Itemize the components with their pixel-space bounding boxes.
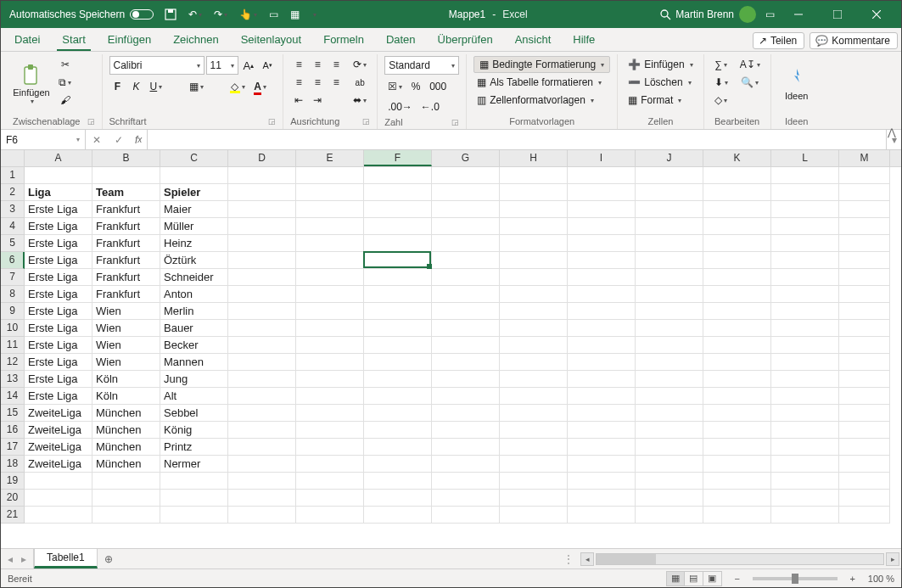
font-family-combo[interactable]: Calibri▾: [109, 56, 204, 75]
cell[interactable]: [500, 507, 568, 524]
row-header[interactable]: 19: [1, 473, 25, 490]
cell[interactable]: [296, 405, 364, 422]
cell[interactable]: [364, 439, 432, 456]
touch-mode-icon[interactable]: 👆▾: [235, 8, 261, 20]
spreadsheet-grid[interactable]: ABCDEFGHIJKLM 12LigaTeamSpieler3Erste Li…: [1, 150, 901, 548]
cell[interactable]: [228, 456, 296, 473]
cell[interactable]: [771, 201, 839, 218]
cell[interactable]: [703, 167, 771, 184]
cell[interactable]: [500, 286, 568, 303]
increase-indent-icon[interactable]: ⇥: [309, 92, 326, 109]
cancel-formula-icon[interactable]: ✕: [86, 130, 108, 149]
cell[interactable]: [636, 269, 703, 286]
cell[interactable]: Spieler: [160, 184, 228, 201]
cell[interactable]: [432, 337, 500, 354]
cell[interactable]: [839, 218, 890, 235]
cell[interactable]: [703, 456, 771, 473]
cell[interactable]: [296, 218, 364, 235]
underline-button[interactable]: U▾: [147, 78, 166, 95]
cell[interactable]: [228, 320, 296, 337]
cell[interactable]: [364, 320, 432, 337]
cell[interactable]: [296, 388, 364, 405]
cell[interactable]: [364, 507, 432, 524]
cell[interactable]: [703, 320, 771, 337]
minimize-button[interactable]: [779, 1, 818, 28]
cell[interactable]: [296, 184, 364, 201]
quick-print-icon[interactable]: ▭: [265, 8, 283, 20]
cell[interactable]: Müller: [160, 218, 228, 235]
cell[interactable]: [296, 354, 364, 371]
cell[interactable]: [771, 456, 839, 473]
border-icon[interactable]: ▦▾: [186, 78, 207, 95]
row-header[interactable]: 11: [1, 337, 25, 354]
row-header[interactable]: 18: [1, 456, 25, 473]
format-painter-icon[interactable]: 🖌: [55, 92, 75, 109]
cell[interactable]: Nermer: [160, 456, 228, 473]
row-header[interactable]: 13: [1, 371, 25, 388]
cell[interactable]: Liga: [25, 184, 92, 201]
cell[interactable]: [636, 320, 703, 337]
cell[interactable]: [839, 167, 890, 184]
comments-button[interactable]: 💬Kommentare: [810, 32, 898, 49]
cell[interactable]: [364, 286, 432, 303]
cell[interactable]: [364, 235, 432, 252]
cell[interactable]: [228, 252, 296, 269]
maximize-button[interactable]: [818, 1, 857, 28]
cell[interactable]: [296, 371, 364, 388]
cell[interactable]: [25, 507, 92, 524]
cell[interactable]: [703, 269, 771, 286]
wrap-text-icon[interactable]: ab: [350, 74, 370, 91]
sheet-tab[interactable]: Tabelle1: [34, 548, 98, 568]
cell[interactable]: [432, 286, 500, 303]
cell[interactable]: [432, 422, 500, 439]
sheet-nav-prev-icon[interactable]: ◂: [4, 553, 16, 565]
cell[interactable]: [296, 303, 364, 320]
row-header[interactable]: 14: [1, 388, 25, 405]
row-header[interactable]: 8: [1, 286, 25, 303]
cell[interactable]: München: [92, 439, 160, 456]
cell[interactable]: [92, 490, 160, 507]
cell[interactable]: [839, 422, 890, 439]
cell[interactable]: [771, 303, 839, 320]
cell[interactable]: [839, 337, 890, 354]
dialog-launcher-icon[interactable]: ◲: [451, 118, 459, 126]
cell[interactable]: [92, 473, 160, 490]
cell[interactable]: [228, 371, 296, 388]
cell-styles-button[interactable]: ▥Zellenformatvorlagen▾: [473, 92, 597, 109]
cell[interactable]: [432, 490, 500, 507]
ribbon-options-icon[interactable]: ▭: [761, 8, 779, 20]
cell[interactable]: Heinz: [160, 235, 228, 252]
cell[interactable]: [636, 235, 703, 252]
row-header[interactable]: 3: [1, 201, 25, 218]
name-box[interactable]: F6▾: [1, 130, 86, 149]
cell[interactable]: [839, 269, 890, 286]
cell[interactable]: Köln: [92, 388, 160, 405]
number-format-combo[interactable]: Standard▾: [384, 56, 459, 75]
cell[interactable]: [636, 473, 703, 490]
cell[interactable]: Erste Liga: [25, 201, 92, 218]
cell[interactable]: [432, 371, 500, 388]
view-page-layout-icon[interactable]: ▤: [685, 571, 703, 586]
cell[interactable]: [228, 269, 296, 286]
zoom-out-icon[interactable]: −: [729, 570, 746, 587]
cell[interactable]: [568, 473, 636, 490]
cell[interactable]: Erste Liga: [25, 252, 92, 269]
cell[interactable]: [839, 473, 890, 490]
cell[interactable]: [296, 473, 364, 490]
cell[interactable]: [568, 286, 636, 303]
cell[interactable]: Wien: [92, 320, 160, 337]
cell[interactable]: [296, 337, 364, 354]
cell[interactable]: [432, 439, 500, 456]
cell[interactable]: Öztürk: [160, 252, 228, 269]
cell[interactable]: [364, 473, 432, 490]
align-top-icon[interactable]: ≡: [290, 56, 307, 73]
cell[interactable]: [296, 167, 364, 184]
fill-icon[interactable]: ⬇▾: [711, 74, 731, 91]
cell[interactable]: [568, 167, 636, 184]
cell[interactable]: [160, 473, 228, 490]
cell[interactable]: [636, 201, 703, 218]
cell[interactable]: [568, 320, 636, 337]
cell[interactable]: Mannen: [160, 354, 228, 371]
cell[interactable]: [364, 184, 432, 201]
cell[interactable]: [228, 184, 296, 201]
